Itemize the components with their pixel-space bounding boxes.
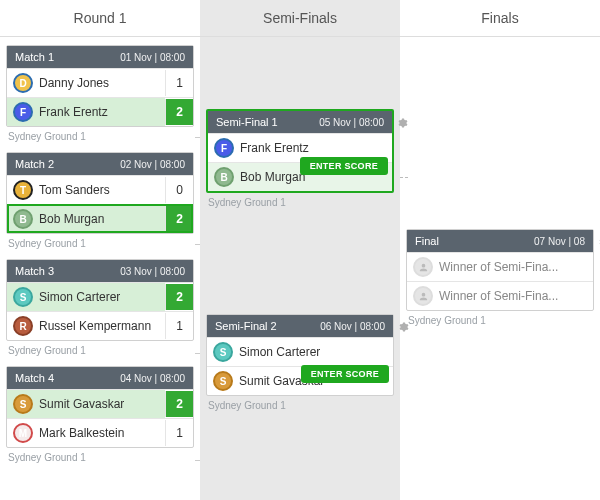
player-cell: Winner of Semi-Fina... — [407, 282, 593, 310]
match-card[interactable]: Match 404 Nov | 08:00SSumit Gavaskar2MMa… — [6, 366, 194, 448]
player-row[interactable]: MMark Balkestein1 — [7, 418, 193, 447]
venue-label: Sydney Ground 1 — [8, 131, 194, 142]
placeholder-avatar-icon — [413, 257, 433, 277]
match-datetime: 07 Nov | 08 — [534, 236, 585, 247]
player-avatar: B — [214, 167, 234, 187]
player-name: Frank Erentz — [39, 105, 108, 119]
match-title: Match 2 — [15, 158, 54, 170]
venue-label: Sydney Ground 1 — [8, 238, 194, 249]
player-cell: SSimon Carterer — [207, 338, 393, 366]
column-header-round1: Round 1 — [0, 0, 200, 37]
score-cell: 2 — [165, 284, 193, 310]
score-cell: 1 — [165, 70, 193, 96]
match-title: Semi-Final 1 — [216, 116, 278, 128]
match-header: Match 101 Nov | 08:00 — [7, 46, 193, 68]
placeholder-avatar-icon — [413, 286, 433, 306]
player-avatar: F — [13, 102, 33, 122]
player-cell: TTom Sanders — [7, 176, 165, 204]
score-cell: 1 — [165, 313, 193, 339]
player-name: Winner of Semi-Fina... — [439, 260, 558, 274]
match-card[interactable]: Match 303 Nov | 08:00SSimon Carterer2RRu… — [6, 259, 194, 341]
match-title: Final — [415, 235, 439, 247]
match-datetime: 03 Nov | 08:00 — [120, 266, 185, 277]
player-avatar: S — [213, 371, 233, 391]
player-avatar: R — [13, 316, 33, 336]
match-card[interactable]: Match 101 Nov | 08:00DDanny Jones1FFrank… — [6, 45, 194, 127]
player-avatar: B — [13, 209, 33, 229]
player-avatar: S — [13, 394, 33, 414]
player-name: Simon Carterer — [239, 345, 320, 359]
player-avatar: D — [13, 73, 33, 93]
column-header-finals: Finals — [400, 0, 600, 37]
venue-label: Sydney Ground 1 — [8, 345, 194, 356]
player-name: Simon Carterer — [39, 290, 120, 304]
match-title: Semi-Final 2 — [215, 320, 277, 332]
player-row[interactable]: SSimon Carterer2 — [7, 282, 193, 311]
player-cell: BBob Murgan — [7, 205, 165, 233]
player-cell: RRussel Kempermann — [7, 312, 165, 340]
score-cell: 2 — [165, 99, 193, 125]
match-datetime: 02 Nov | 08:00 — [120, 159, 185, 170]
player-avatar: M — [13, 423, 33, 443]
player-name: Russel Kempermann — [39, 319, 151, 333]
match-header: Semi-Final 206 Nov | 08:00 — [207, 315, 393, 337]
match-datetime: 06 Nov | 08:00 — [320, 321, 385, 332]
venue-label: Sydney Ground 1 — [208, 197, 394, 208]
match-datetime: 01 Nov | 08:00 — [120, 52, 185, 63]
player-cell: MMark Balkestein — [7, 419, 165, 447]
player-name: Winner of Semi-Fina... — [439, 289, 558, 303]
venue-label: Sydney Ground 1 — [8, 452, 194, 463]
match-header: Semi-Final 105 Nov | 08:00 — [208, 111, 392, 133]
player-name: Mark Balkestein — [39, 426, 124, 440]
match-datetime: 04 Nov | 08:00 — [120, 373, 185, 384]
player-name: Danny Jones — [39, 76, 109, 90]
match-datetime: 05 Nov | 08:00 — [319, 117, 384, 128]
column-header-semifinals: Semi-Finals — [200, 0, 400, 37]
player-cell: FFrank Erentz — [7, 98, 165, 126]
player-cell: SSumit Gavaskar — [7, 390, 165, 418]
player-row[interactable]: Winner of Semi-Fina... — [407, 252, 593, 281]
match-card[interactable]: Match 202 Nov | 08:00TTom Sanders0BBob M… — [6, 152, 194, 234]
player-name: Sumit Gavaskar — [39, 397, 124, 411]
score-cell: 1 — [165, 420, 193, 446]
player-name: Tom Sanders — [39, 183, 110, 197]
enter-score-button[interactable]: ENTER SCORE — [300, 157, 388, 175]
match-title: Match 3 — [15, 265, 54, 277]
player-row[interactable]: DDanny Jones1 — [7, 68, 193, 97]
match-card[interactable]: Semi-Final 206 Nov | 08:00SSimon Cartere… — [206, 314, 394, 396]
enter-score-button[interactable]: ENTER SCORE — [301, 365, 389, 383]
player-avatar: S — [13, 287, 33, 307]
score-cell: 0 — [165, 177, 193, 203]
player-row[interactable]: Winner of Semi-Fina... — [407, 281, 593, 310]
player-row[interactable]: SSimon Carterer — [207, 337, 393, 366]
player-cell: SSimon Carterer — [7, 283, 165, 311]
player-row[interactable]: BBob Murgan2 — [7, 204, 193, 233]
score-cell: 2 — [165, 391, 193, 417]
player-name: Bob Murgan — [240, 170, 305, 184]
match-card[interactable]: Final07 Nov | 08Winner of Semi-Fina...Wi… — [406, 229, 594, 311]
player-name: Frank Erentz — [240, 141, 309, 155]
match-header: Match 303 Nov | 08:00 — [7, 260, 193, 282]
match-header: Final07 Nov | 08 — [407, 230, 593, 252]
player-avatar: T — [13, 180, 33, 200]
match-header: Match 202 Nov | 08:00 — [7, 153, 193, 175]
match-title: Match 1 — [15, 51, 54, 63]
player-row[interactable]: SSumit Gavaskar2 — [7, 389, 193, 418]
match-header: Match 404 Nov | 08:00 — [7, 367, 193, 389]
player-avatar: F — [214, 138, 234, 158]
player-avatar: S — [213, 342, 233, 362]
player-cell: DDanny Jones — [7, 69, 165, 97]
match-title: Match 4 — [15, 372, 54, 384]
player-row[interactable]: FFrank Erentz2 — [7, 97, 193, 126]
match-card[interactable]: Semi-Final 105 Nov | 08:00FFrank ErentzB… — [206, 109, 394, 193]
player-name: Bob Murgan — [39, 212, 104, 226]
player-cell: Winner of Semi-Fina... — [407, 253, 593, 281]
player-row[interactable]: RRussel Kempermann1 — [7, 311, 193, 340]
venue-label: Sydney Ground 1 — [408, 315, 594, 326]
venue-label: Sydney Ground 1 — [208, 400, 394, 411]
player-row[interactable]: TTom Sanders0 — [7, 175, 193, 204]
score-cell: 2 — [165, 206, 193, 232]
